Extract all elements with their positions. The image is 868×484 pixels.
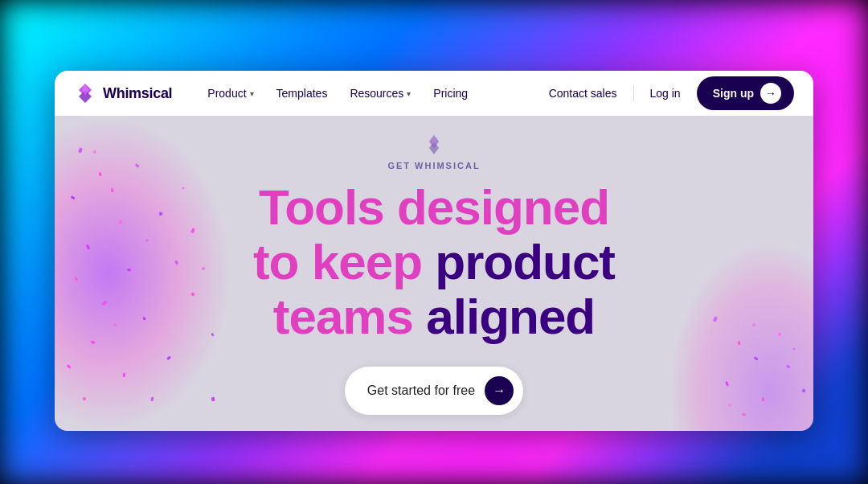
badge-gem-icon: [421, 132, 447, 158]
svg-rect-29: [738, 341, 741, 346]
logo-text: Whimsical: [103, 85, 172, 102]
svg-rect-7: [158, 211, 162, 215]
confetti-right-decoration: [669, 242, 813, 431]
signup-arrow-icon: →: [760, 83, 781, 104]
svg-rect-4: [86, 244, 90, 250]
svg-rect-9: [127, 269, 132, 272]
svg-rect-34: [762, 397, 765, 401]
badge-area: GET WHIMSICAL: [387, 132, 480, 170]
nav-item-pricing[interactable]: Pricing: [424, 82, 477, 105]
svg-rect-33: [786, 364, 791, 369]
svg-rect-15: [166, 356, 171, 361]
svg-point-23: [93, 150, 96, 154]
svg-rect-10: [102, 300, 108, 306]
whimsical-logo-icon: [74, 82, 96, 105]
svg-point-37: [752, 323, 755, 326]
badge-text: GET WHIMSICAL: [387, 161, 480, 170]
svg-rect-35: [801, 388, 805, 392]
svg-rect-36: [742, 413, 747, 416]
nav-item-templates[interactable]: Templates: [267, 82, 338, 105]
signup-button[interactable]: Sign up →: [697, 76, 794, 110]
svg-rect-31: [778, 333, 782, 337]
main-card: Whimsical Product ▾ Templates Resources …: [55, 71, 813, 431]
svg-point-26: [182, 187, 185, 190]
svg-rect-3: [119, 220, 123, 224]
headline-line-3: teams aligned: [253, 289, 615, 344]
svg-rect-18: [150, 397, 154, 402]
svg-rect-30: [754, 356, 759, 360]
nav-item-resources[interactable]: Resources ▾: [340, 82, 420, 105]
headline-line-1: Tools designed: [253, 180, 615, 235]
cta-arrow-icon: →: [485, 376, 514, 405]
svg-point-27: [202, 267, 205, 270]
cta-label: Get started for free: [367, 384, 475, 398]
svg-rect-6: [111, 188, 114, 192]
logo-link[interactable]: Whimsical: [74, 82, 172, 105]
svg-rect-0: [78, 147, 83, 153]
svg-rect-28: [713, 316, 718, 322]
svg-rect-8: [74, 277, 78, 281]
svg-point-24: [146, 240, 149, 242]
login-button[interactable]: Log in: [641, 82, 690, 105]
svg-point-39: [728, 404, 731, 407]
cta-button[interactable]: Get started for free →: [345, 367, 523, 415]
hero-section: GET WHIMSICAL Tools designed to keep pro…: [55, 116, 813, 431]
svg-rect-5: [135, 163, 140, 168]
svg-rect-14: [190, 292, 194, 296]
svg-point-38: [793, 348, 796, 351]
svg-rect-21: [67, 364, 72, 368]
svg-rect-16: [123, 373, 126, 377]
headline-line-2: to keep product: [253, 235, 615, 289]
svg-rect-12: [91, 340, 96, 344]
svg-rect-17: [82, 396, 86, 400]
navbar: Whimsical Product ▾ Templates Resources …: [55, 71, 813, 116]
svg-rect-13: [175, 260, 178, 265]
hero-headline: Tools designed to keep product teams ali…: [253, 180, 615, 345]
svg-rect-1: [99, 172, 102, 177]
svg-rect-20: [211, 333, 215, 337]
chevron-down-icon: ▾: [407, 89, 411, 98]
svg-rect-11: [142, 317, 145, 321]
svg-rect-2: [71, 195, 76, 199]
chevron-down-icon: ▾: [250, 89, 254, 98]
svg-rect-22: [211, 397, 215, 402]
confetti-left-decoration: [55, 116, 231, 431]
svg-rect-32: [725, 381, 729, 387]
contact-sales-link[interactable]: Contact sales: [539, 82, 627, 105]
svg-point-25: [113, 323, 117, 326]
nav-right: Contact sales Log in Sign up →: [539, 76, 794, 110]
nav-divider: [633, 85, 634, 101]
nav-item-product[interactable]: Product ▾: [198, 82, 263, 105]
svg-rect-19: [190, 228, 195, 233]
nav-links: Product ▾ Templates Resources ▾ Pricing: [198, 82, 538, 105]
